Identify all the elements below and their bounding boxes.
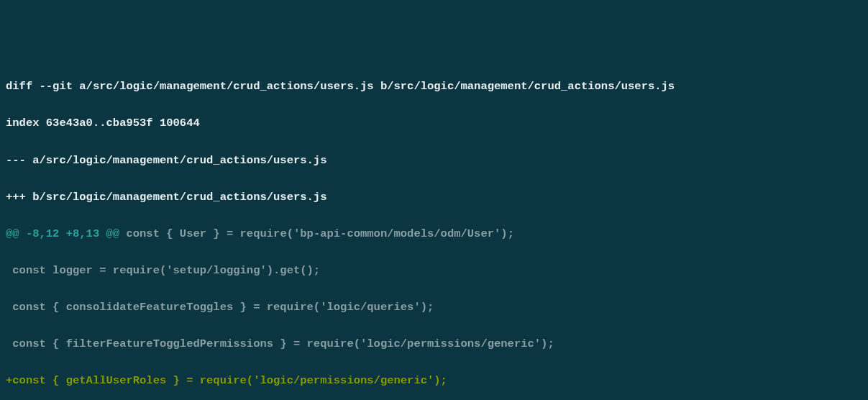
diff-index: index 63e43a0..cba953f 100644: [0, 114, 868, 133]
hunk-marker-right: @@: [99, 227, 119, 240]
hunk-context: const { User } = require('bp-api-common/…: [119, 227, 514, 240]
diff-context-line: const { filterFeatureToggledPermissions …: [0, 335, 868, 354]
diff-plus-file: +++ b/src/logic/management/crud_actions/…: [0, 188, 868, 207]
diff-added-line: +const { getAllUserRoles } = require('lo…: [0, 372, 868, 391]
diff-hunk-header: @@ -8,12 +8,13 @@ const { User } = requi…: [0, 225, 868, 244]
diff-context-line: const logger = require('setup/logging').…: [0, 262, 868, 281]
diff-header: diff --git a/src/logic/management/crud_a…: [0, 78, 868, 96]
hunk-marker-left: @@: [6, 227, 26, 240]
diff-context-line: const { consolidateFeatureToggles } = re…: [0, 299, 868, 317]
diff-minus-file: --- a/src/logic/management/crud_actions/…: [0, 152, 868, 171]
hunk-range: -8,12 +8,13: [26, 227, 99, 240]
